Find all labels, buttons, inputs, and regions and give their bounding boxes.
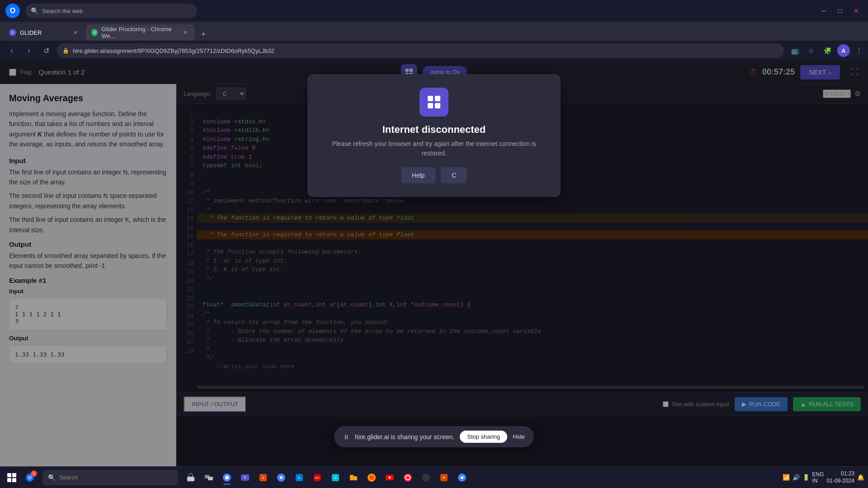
browser-search-icon: 🔍 [31,7,38,14]
taskbar-explorer[interactable] [345,469,362,486]
svg-rect-12 [208,477,213,480]
taskbar-chrome[interactable] [219,469,235,486]
clock: 01:23 01-08-2024 [827,470,854,484]
pause-icon: ⏸ [343,433,349,441]
taskbar-edge[interactable]: E [291,469,307,486]
modal-subtitle: Please refresh your browser and try agai… [326,139,542,158]
address-icons: 📺 ☆ 🧩 A ⋮ [788,44,863,57]
reload-btn[interactable]: ↺ [40,44,52,57]
browser-logo: O [5,4,20,18]
taskbar-security[interactable] [418,469,434,486]
maximize-btn[interactable]: □ [834,5,846,17]
menu-btn[interactable]: ⋮ [855,47,863,55]
taskbar-search-text: Search [59,474,78,481]
browser-search-text: Search the web [42,8,83,14]
tab-bar: G GLIDER ✕ G Glider Proctoring - Chrome … [0,22,868,41]
taskbar-chrome2[interactable] [273,469,289,486]
extensions-icon[interactable]: 🧩 [821,44,834,57]
tab-glider-label: GLIDER [20,29,42,36]
svg-text:G: G [334,476,336,479]
tab-proctoring-close[interactable]: ✕ [182,28,189,37]
cast-icon[interactable]: 📺 [788,44,801,57]
disconnected-overlay: Internet disconnected Please refresh you… [0,61,868,488]
taskbar-powerpoint[interactable]: P [436,469,452,486]
taskbar-youtube[interactable] [382,469,398,486]
taskbar-teams[interactable]: T [237,469,253,486]
taskbar-file-explorer[interactable]: 1 M [22,469,38,486]
disconnected-modal: Internet disconnected Please refresh you… [307,74,561,197]
windows-icon [7,473,16,482]
battery-icon: 🔋 [802,474,810,481]
back-btn[interactable]: ‹ [5,44,18,57]
modal-help-btn[interactable]: Help [401,167,436,183]
minimize-btn[interactable]: ─ [817,5,830,17]
new-tab-btn[interactable]: + [197,28,210,41]
bookmark-icon[interactable]: ☆ [805,44,817,57]
svg-rect-6 [428,103,433,108]
tab-glider[interactable]: G GLIDER ✕ [4,24,85,41]
svg-rect-5 [435,96,440,101]
tab-proctoring-favicon: G [91,29,98,36]
modal-buttons: Help C [326,167,542,183]
taskbar-task-view[interactable] [201,469,217,486]
taskbar-app6[interactable]: G [327,469,344,486]
taskbar: 1 M 🔍 Search T S [0,466,868,488]
close-btn[interactable]: ✕ [850,5,863,17]
forward-btn[interactable]: › [23,44,35,57]
profile-avatar[interactable]: A [837,44,850,57]
browser-top-bar: O 🔍 Search the web ─ □ ✕ [0,0,868,22]
taskbar-opera[interactable] [400,469,416,486]
screen-share-bar: ⏸ hire.glider.ai is sharing your screen.… [334,426,534,447]
browser-search-bar[interactable]: 🔍 Search the web [25,4,197,18]
svg-text:S: S [262,476,264,480]
svg-point-32 [406,475,410,480]
svg-point-14 [225,476,229,479]
tab-proctoring[interactable]: G Glider Proctoring - Chrome We... ✕ [86,24,194,41]
svg-text:M: M [28,475,32,480]
svg-text:P: P [443,476,445,480]
modal-c-btn[interactable]: C [441,167,467,183]
share-text: hire.glider.ai is sharing your screen. [355,433,454,441]
tab-glider-favicon: G [9,29,16,36]
lang-display: ENGIN [812,471,824,484]
system-tray: 📶 🔊 🔋 ENGIN 01:23 01-08-2024 🔔 [783,470,864,484]
svg-rect-10 [187,477,194,481]
stop-sharing-btn[interactable]: Stop sharing [460,431,507,443]
taskbar-mcafee[interactable]: MC [309,469,326,486]
svg-point-20 [280,476,283,479]
lock-icon: 🔒 [62,47,69,54]
svg-point-28 [369,475,374,480]
svg-rect-7 [435,103,440,108]
address-bar: ‹ › ↺ 🔒 hire.glider.ai/assignment/9PXiGQ… [0,41,868,61]
modal-glider-icon [420,88,448,117]
taskbar-chrome3[interactable] [454,469,470,486]
svg-text:E: E [298,476,300,480]
network-icon: 📶 [783,474,790,481]
url-text: hire.glider.ai/assignment/9PXiGQD9ZByj78… [73,47,778,54]
taskbar-app3[interactable]: S [255,469,271,486]
volume-icon: 🔊 [793,474,800,481]
svg-rect-4 [428,96,433,101]
taskbar-right: 📶 🔊 🔋 ENGIN 01:23 01-08-2024 🔔 [783,470,864,484]
taskbar-firefox[interactable] [363,469,380,486]
start-button[interactable] [4,469,20,486]
taskbar-search-icon: 🔍 [48,474,56,481]
notification-badge: 1 [31,470,37,477]
svg-point-37 [461,476,463,479]
url-bar[interactable]: 🔒 hire.glider.ai/assignment/9PXiGQD9ZByj… [57,43,784,58]
tab-proctoring-label: Glider Proctoring - Chrome We... [101,26,178,39]
svg-text:MC: MC [315,476,320,479]
tab-glider-close[interactable]: ✕ [71,28,80,37]
modal-title: Internet disconnected [326,124,542,136]
browser-chrome: O 🔍 Search the web ─ □ ✕ G GLIDER ✕ G Gl… [0,0,868,61]
svg-point-33 [422,474,430,482]
taskbar-search[interactable]: 🔍 Search [42,470,178,485]
hide-btn[interactable]: Hide [513,433,525,440]
notification-icon[interactable]: 🔔 [857,474,864,481]
svg-text:T: T [244,476,246,480]
taskbar-windows-btn[interactable] [183,469,199,486]
